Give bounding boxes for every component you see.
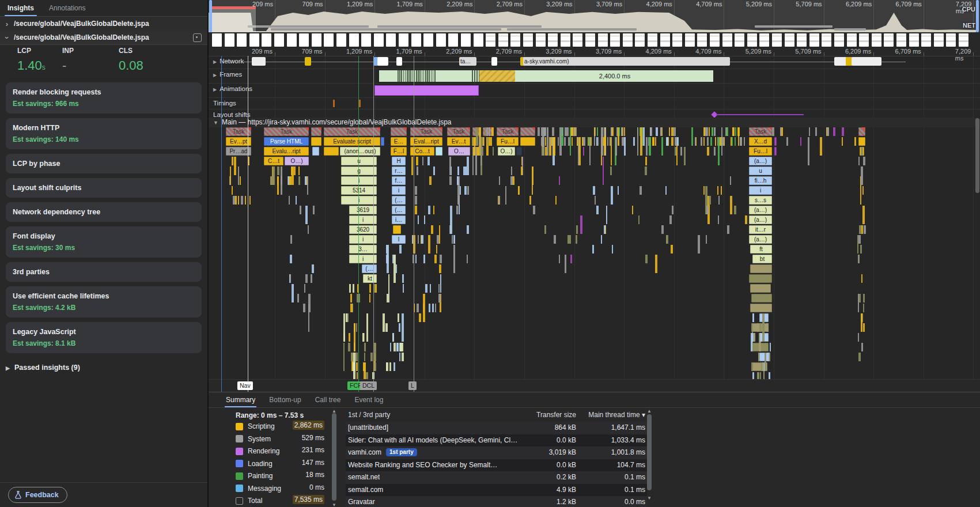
tab-insights[interactable]: Insights [0,0,41,16]
insight-card[interactable]: LCP by phase [6,154,202,173]
flame-block[interactable] [312,147,319,156]
flame-block[interactable] [750,264,772,273]
flame-block[interactable]: Evaluate script [324,137,380,146]
flame-scrollbar[interactable] [975,56,979,379]
scroll-up-icon[interactable]: ▲ [646,408,652,414]
screenshot-frame[interactable] [448,33,458,47]
screenshot-frame[interactable] [548,33,558,47]
flame-block[interactable]: s…s [749,196,772,205]
scrollbar-thumb[interactable] [647,414,652,490]
flame-block[interactable]: kt [363,274,377,283]
screenshot-frame[interactable] [498,33,508,47]
flame-block[interactable]: ft [750,245,772,254]
flame-block[interactable]: fi…h [749,176,772,185]
flame-block[interactable] [858,137,865,146]
flame-block[interactable]: (… [392,206,406,214]
screenshot-frame[interactable] [759,33,769,47]
task-block[interactable] [391,127,407,136]
task-block[interactable]: Task [264,127,309,136]
flame-block[interactable] [520,137,535,146]
screenshot-frame[interactable] [697,33,707,47]
screenshot-frame[interactable] [299,33,309,47]
drawer-tab-summary[interactable]: Summary [219,392,262,407]
task-block[interactable]: Task [447,127,470,136]
screenshot-frame[interactable] [623,33,633,47]
screenshot-frame[interactable] [884,33,894,47]
flame-block[interactable]: O…) [498,147,515,156]
minimap-window-handle[interactable] [976,0,979,32]
flame-block[interactable]: (anon…ous) [340,147,380,156]
timeline-minimap[interactable]: 209 ms709 ms1,209 ms1,709 ms2,209 ms2,70… [209,0,980,33]
insight-card[interactable]: Network dependency tree [6,202,202,222]
flame-block[interactable]: Eval…ript [410,137,442,146]
task-block[interactable]: Task [324,127,380,136]
animation-bar[interactable] [374,85,479,96]
task-block[interactable]: Task [410,127,442,136]
table-row[interactable]: Website Ranking and SEO Checker by Semal… [346,459,647,472]
flame-chart[interactable]: TaskTaskTaskTaskTaskTaskTaskEv…ptPr…adPa… [209,127,980,379]
screenshot-frame[interactable] [212,33,222,47]
insight-card[interactable]: Render blocking requestsEst savings: 966… [6,82,202,113]
flame-block[interactable] [774,147,777,156]
legend-scrollbar[interactable]: ▲▼ [331,408,337,507]
flame-block[interactable]: i [392,186,406,195]
flame-block[interactable]: i [749,186,772,195]
flame-block[interactable] [750,284,771,293]
screenshot-frame[interactable] [399,33,408,47]
flame-block[interactable]: r… [392,167,406,175]
insight-card[interactable]: Modern HTTPEst savings: 140 ms [6,118,202,149]
screenshot-frame[interactable] [946,33,956,47]
flame-block[interactable]: l [392,235,406,244]
scroll-down-icon[interactable]: ▼ [646,495,652,501]
screenshot-frame[interactable] [461,33,471,47]
screenshot-frame[interactable] [274,33,284,47]
screenshot-frame[interactable] [523,33,533,47]
screenshot-frame[interactable] [648,33,657,47]
flame-block[interactable]: (a…) [749,157,772,165]
flame-block[interactable]: f… [392,176,406,185]
screenshot-frame[interactable] [834,33,844,47]
task-block[interactable]: Task [749,127,772,136]
flame-block[interactable] [436,147,442,156]
flame-block[interactable] [749,274,772,283]
inspect-target-icon[interactable] [193,33,202,42]
flame-block[interactable]: it…r [749,225,772,234]
screenshot-frame[interactable] [859,33,869,47]
flame-block[interactable]: O…) [285,157,309,165]
screenshot-frame[interactable] [872,33,881,47]
flame-block[interactable]: i [349,255,377,263]
network-request[interactable] [252,57,266,66]
insight-card[interactable]: 3rd parties [6,262,202,282]
screenshot-frame[interactable] [237,33,247,47]
screenshot-frame[interactable] [909,33,919,47]
flame-block[interactable]: i [349,235,377,244]
table-row[interactable]: Gravatar1.2 kB0.0 ms [346,496,647,507]
flame-block[interactable]: (a…) [749,206,772,214]
screenshot-frame[interactable] [847,33,857,47]
screenshot-frame[interactable] [722,33,732,47]
flame-block[interactable]: 3620 [349,225,377,234]
flame-block[interactable] [750,304,772,312]
flame-block[interactable]: E… [391,137,407,146]
screenshot-frame[interactable] [225,33,234,47]
flame-block[interactable] [381,137,384,146]
drawer-tab-event-log[interactable]: Event log [347,392,390,407]
screenshot-frame[interactable] [685,33,695,47]
screenshot-frame[interactable] [349,33,359,47]
screenshot-frame[interactable] [249,33,259,47]
tab-annotations[interactable]: Annotations [41,0,93,16]
screenshot-frame[interactable] [921,33,931,47]
insight-url-row[interactable]: ›/secure/global/VeajBulkGlobalDelete.jsp… [0,31,207,45]
task-block[interactable] [520,127,535,136]
flame-block[interactable]: Evalu…ript [264,147,309,156]
flame-block[interactable]: bt [752,255,772,263]
insight-url-row[interactable]: ›/secure/global/VeajBulkGlobalDelete.jsp… [0,17,207,31]
screenshot-frame[interactable] [374,33,384,47]
drawer-tab-call-tree[interactable]: Call tree [308,392,348,407]
network-request[interactable] [491,57,497,66]
table-row[interactable]: vamhi.com1st party3,019 kB1,001.8 ms [346,447,647,460]
flame-block[interactable] [751,294,772,302]
flame-block[interactable]: Fu…l [749,147,772,156]
flame-block[interactable]: F…l [391,147,407,156]
insight-card[interactable]: Legacy JavaScriptEst savings: 8.1 kB [6,322,202,353]
